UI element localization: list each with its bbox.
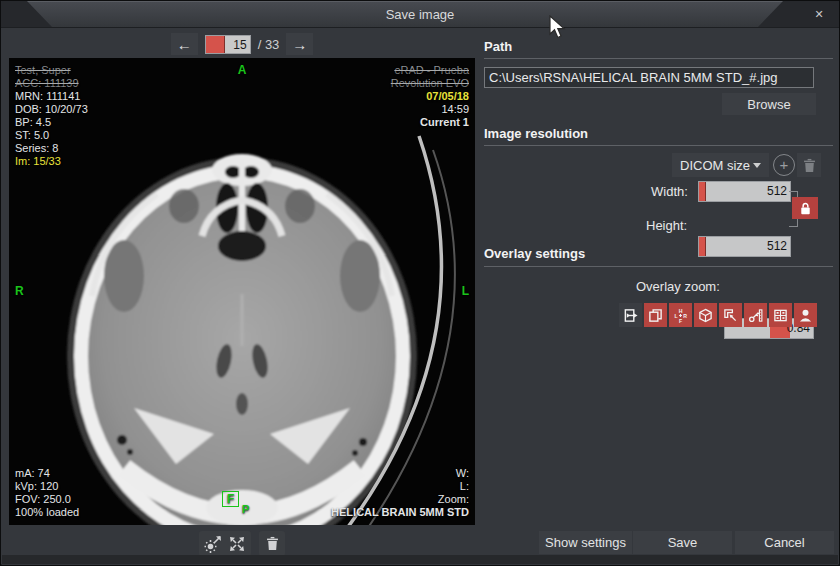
orientation-marker-anterior: A [9, 63, 475, 77]
dialog-title: Save image [1, 7, 839, 22]
measurements-button[interactable] [719, 303, 742, 327]
grid-icon [773, 308, 788, 323]
ma-value: mA: 74 [15, 467, 79, 480]
caret-down-icon [753, 163, 761, 168]
study-date: 07/05/18 [391, 90, 469, 103]
ct-image-viewport[interactable]: Test, Super ACC: 111139 MRN: 111141 DOB:… [9, 58, 475, 525]
overlay-patient-info: Test, Super ACC: 111139 MRN: 111141 DOB:… [15, 64, 88, 168]
resolution-section-divider [484, 145, 833, 146]
trash-icon [802, 158, 817, 173]
svg-text:R: R [683, 312, 687, 318]
orientation-cube-icon [698, 308, 713, 323]
previous-image-button[interactable]: ← [171, 33, 198, 55]
grid-overlay-button[interactable] [769, 303, 792, 327]
orientation-marker-left: L [462, 284, 469, 298]
delete-preset-button[interactable] [797, 153, 821, 177]
height-slider-fill [699, 237, 706, 256]
svg-text:L: L [674, 312, 677, 318]
stacked-frames-button[interactable] [644, 303, 667, 327]
bp: BP: 4.5 [15, 116, 88, 129]
current-label: Current 1 [391, 116, 469, 129]
browse-button[interactable]: Browse [722, 93, 816, 115]
viewer-toolbar [9, 530, 475, 557]
path-input[interactable]: C:\Users\RSNA\HELICAL BRAIN 5MM STD_#.jp… [484, 67, 814, 88]
dob: DOB: 10/20/73 [15, 103, 88, 116]
series-number: Series: 8 [15, 142, 88, 155]
patient-info-button[interactable] [794, 303, 817, 327]
hide-overlays-button[interactable] [619, 303, 642, 327]
settings-panel: Path C:\Users\RSNA\HELICAL BRAIN 5MM STD… [483, 31, 833, 526]
key-ruler-icon [748, 308, 763, 323]
study-time: 14:59 [391, 103, 469, 116]
scanner-name: Revolution EVO [391, 77, 469, 90]
show-settings-button[interactable]: Show settings [539, 531, 632, 554]
level-value: L: [331, 480, 469, 493]
add-preset-button[interactable]: + [773, 154, 795, 176]
svg-text:H: H [679, 308, 683, 314]
image-number-value: 15 [225, 36, 249, 53]
width-value: 512 [767, 184, 787, 198]
cancel-button[interactable]: Cancel [735, 531, 834, 554]
overlay-section-header: Overlay settings [484, 246, 585, 261]
overlay-acquisition-info: mA: 74 kVp: 120 FOV: 250.0 100% loaded [15, 467, 79, 519]
svg-text:F: F [679, 317, 682, 322]
width-slider-fill [699, 182, 706, 201]
resolution-preset-dropdown[interactable]: DICOM size [672, 153, 769, 177]
width-label: Width: [651, 184, 688, 199]
image-number-overlay: Im: 15/33 [15, 155, 88, 168]
resolution-section-header: Image resolution [484, 126, 588, 141]
resolution-preset-value: DICOM size [680, 158, 750, 173]
path-section-divider [484, 58, 833, 59]
image-navigation: ← 15 / 33 → [9, 32, 475, 56]
dialog-bottom-strip [2, 555, 838, 564]
orientation-markers-button[interactable]: HLRF [669, 303, 692, 327]
width-input[interactable]: 512 [698, 181, 791, 202]
image-number-slider-fill [206, 36, 226, 53]
mrn: MRN: 111141 [15, 90, 88, 103]
series-description: HELICAL BRAIN 5MM STD [331, 506, 469, 519]
loaded-status: 100% loaded [15, 506, 79, 519]
height-input[interactable]: 512 [698, 236, 791, 257]
overlay-display-info: W: L: Zoom: HELICAL BRAIN 5MM STD [331, 467, 469, 519]
image-number-input[interactable]: 15 [205, 35, 251, 54]
overlay-zoom-label: Overlay zoom: [636, 279, 720, 294]
viewer-tool-group [199, 531, 251, 556]
title-bar: Save image ✕ [1, 1, 839, 28]
height-value: 512 [767, 239, 787, 253]
patient-icon [798, 308, 813, 323]
orientation-marker-feet: F [222, 491, 239, 507]
trash-icon [265, 536, 280, 551]
save-image-dialog: Save image ✕ ← 15 / 33 → [0, 0, 840, 566]
height-label: Height: [646, 218, 687, 233]
ruler-arrow-icon [723, 308, 738, 323]
aspect-ratio-lock-button[interactable] [792, 197, 818, 219]
lock-icon [798, 201, 813, 216]
orientation-marker-posterior: P [242, 503, 249, 515]
close-button[interactable]: ✕ [810, 6, 828, 22]
fov-value: FOV: 250.0 [15, 493, 79, 506]
zoom-value: Zoom: [331, 493, 469, 506]
fit-to-window-icon[interactable] [228, 535, 246, 553]
st: ST: 5.0 [15, 129, 88, 142]
apply-view-settings-icon[interactable] [204, 535, 222, 553]
image-count-label: / 33 [258, 37, 280, 52]
window-level-button[interactable] [744, 303, 767, 327]
path-section-header: Path [484, 39, 512, 54]
orientation-marker-right: R [15, 284, 24, 298]
next-image-button[interactable]: → [286, 33, 313, 55]
orientation-markers-icon: HLRF [673, 308, 688, 323]
kvp-value: kVp: 120 [15, 480, 79, 493]
save-button[interactable]: Save [633, 531, 732, 554]
overlay-toggle-row: HLRF [619, 303, 817, 327]
overlay-section-divider [484, 266, 833, 267]
stacked-frames-icon [648, 308, 663, 323]
window-value: W: [331, 467, 469, 480]
orientation-cube-button[interactable] [694, 303, 717, 327]
delete-image-button[interactable] [259, 531, 285, 556]
hide-overlays-icon [623, 308, 638, 323]
accession-number: ACC: 111139 [15, 77, 88, 90]
